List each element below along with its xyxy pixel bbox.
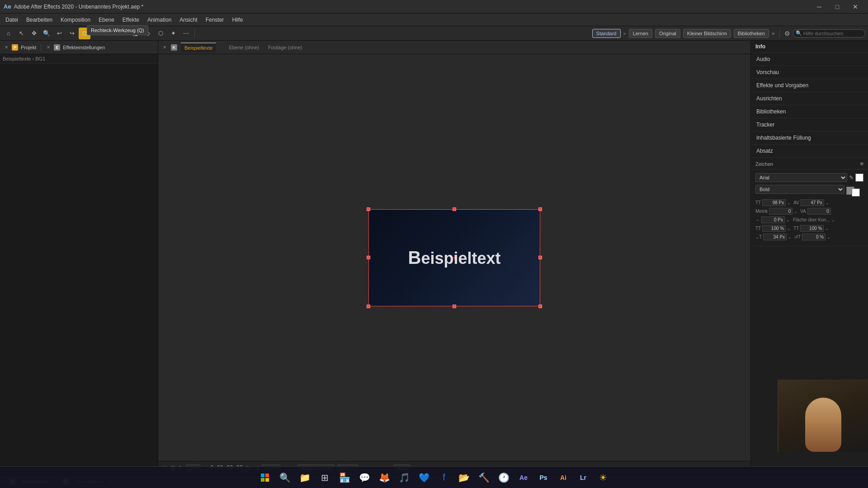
roto-tool[interactable]: ⬡ [155,28,166,39]
taskbar-app3[interactable]: ☀ [594,469,612,487]
menu-komposition[interactable]: Komposition [57,15,94,25]
scale-h-chevron[interactable]: ⌄ [787,226,791,231]
zeichen-menu-icon[interactable]: ≡ [860,160,863,167]
tracking-chevron[interactable]: ⌄ [826,201,829,205]
settings-icon[interactable]: ⚙ [784,30,790,37]
stroke-color-swatch-2[interactable] [852,188,860,197]
indent-value[interactable]: 0 Px [761,216,785,223]
menu-animation[interactable]: Animation [144,15,175,25]
font-select[interactable]: Arial [755,173,847,182]
menu-datei[interactable]: Datei [2,15,22,25]
taskbar-firefox[interactable]: 🦊 [375,469,393,487]
project-panel-close[interactable]: ✕ [4,45,9,50]
home-tool[interactable]: ⌂ [3,28,14,39]
comp-tab-beispieltexte[interactable]: Beispieltexte [181,42,216,52]
scale-h-value[interactable]: 100 % [762,225,786,232]
font-edit-icon[interactable]: ✎ [849,174,854,181]
taskbar-files2[interactable]: 📂 [455,469,473,487]
handle-tl[interactable] [367,207,370,211]
panel-item-inhaltsbasiert[interactable]: Inhaltsbasierte Füllung [751,131,868,145]
camera-tool[interactable]: ↪ [66,28,78,39]
panel-item-absatz[interactable]: Absatz [751,145,868,158]
pen-tool[interactable]: ✎ [91,28,103,39]
handle-mr[interactable] [538,256,542,259]
scale-v-chevron[interactable]: ⌄ [825,226,829,231]
move-tool[interactable]: ✥ [28,28,40,39]
menu-fenster[interactable]: Fenster [202,15,228,25]
puppet-tool[interactable]: ✦ [167,28,179,39]
text-tool[interactable]: T [104,28,116,39]
workspace-bibliotheken[interactable]: Bibliotheken [734,29,769,38]
tracking-value[interactable]: 47 Px [801,199,824,206]
zoom-tool[interactable]: 🔍 [41,28,52,39]
menu-ebene[interactable]: Ebene [95,15,118,25]
baseline-value[interactable]: 34 Px [763,234,787,240]
rotate-value[interactable]: 0 % [802,234,826,240]
taskbar-ae[interactable]: Ae [514,469,533,487]
menu-hilfe[interactable]: Hilfe [228,15,246,25]
panel-item-tracker[interactable]: Tracker [751,118,868,131]
panel-item-vorschau[interactable]: Vorschau [751,66,868,79]
scale-v-value[interactable]: 100 % [800,225,824,232]
stamp-tool[interactable]: ◨ [129,28,141,39]
taskbar-lr[interactable]: Lr [574,469,592,487]
text-color-swatch[interactable] [855,174,863,182]
kerning-chevron[interactable]: ⌄ [794,209,797,214]
workspace-kleiner[interactable]: Kleiner Bildschirm [683,29,731,38]
size-chevron[interactable]: ⌄ [787,201,791,205]
va-value[interactable]: 0 [807,208,831,215]
workspace-lernen[interactable]: Lernen [629,29,652,38]
taskbar-facebook[interactable]: f [435,469,453,487]
workspace-more[interactable]: » [772,30,775,37]
handle-ml[interactable] [367,256,370,259]
workspace-original[interactable]: Original [655,29,680,38]
panel-item-ausrichten[interactable]: Ausrichten [751,92,868,105]
rect-tool[interactable]: □ [79,28,90,39]
taskbar-windows2[interactable]: ⊞ [316,469,334,487]
indent-chevron[interactable]: ⌄ [786,218,790,222]
baseline-chevron[interactable]: ⌄ [788,235,792,239]
comp-canvas[interactable]: Beispieltext [158,54,750,461]
menu-ansicht[interactable]: Ansicht [176,15,201,25]
comp-close[interactable]: ✕ [162,45,167,50]
taskbar-ai[interactable]: Ai [554,469,572,487]
workspace-standard[interactable]: Standard [592,29,621,38]
handle-bc[interactable] [453,305,456,308]
minimize-button[interactable]: ─ [810,0,828,14]
fill-chevron[interactable]: ⌄ [831,218,835,222]
taskbar-files[interactable]: 📁 [296,469,314,487]
handle-bl[interactable] [367,305,370,308]
menu-effekte[interactable]: Effekte [119,15,143,25]
handle-tr[interactable] [538,207,542,211]
effect-panel-close[interactable]: ✕ [46,45,51,50]
handle-br[interactable] [538,305,542,308]
extra-tool[interactable]: ⋯ [180,28,192,39]
brush-tool[interactable]: ✏ [117,28,128,39]
taskbar-windows[interactable] [256,469,274,487]
eraser-tool[interactable]: ◇ [142,28,154,39]
maximize-button[interactable]: □ [828,0,846,14]
close-button[interactable]: ✕ [846,0,864,14]
effect-panel-tab[interactable]: Effekteinstellungen [63,45,105,50]
taskbar-store[interactable]: 🏪 [335,469,354,487]
font-size-value[interactable]: 98 Px [762,199,786,206]
taskbar-whatsapp[interactable]: 💬 [355,469,373,487]
rotate-tool[interactable]: ↩ [53,28,65,39]
menu-bearbeiten[interactable]: Bearbeiten [23,15,56,25]
project-tab[interactable]: Projekt [21,45,36,50]
help-search-input[interactable] [793,29,865,38]
taskbar-messenger[interactable]: 💙 [415,469,433,487]
style-select[interactable]: Bold [755,185,844,194]
kerning-value[interactable]: 0 [769,208,793,215]
taskbar-clock[interactable]: 🕐 [495,469,513,487]
taskbar-ps[interactable]: Ps [534,469,552,487]
taskbar-app2[interactable]: 🔨 [475,469,493,487]
rotate-chevron[interactable]: ⌄ [827,235,830,239]
handle-tc[interactable] [453,207,456,211]
panel-item-audio[interactable]: Audio [751,53,868,66]
panel-item-bibliotheken[interactable]: Bibliotheken [751,105,868,118]
select-tool[interactable]: ↖ [15,28,27,39]
taskbar-app1[interactable]: 🎵 [395,469,413,487]
panel-item-effekte[interactable]: Effekte und Vorgaben [751,79,868,92]
taskbar-search[interactable]: 🔍 [276,469,294,487]
